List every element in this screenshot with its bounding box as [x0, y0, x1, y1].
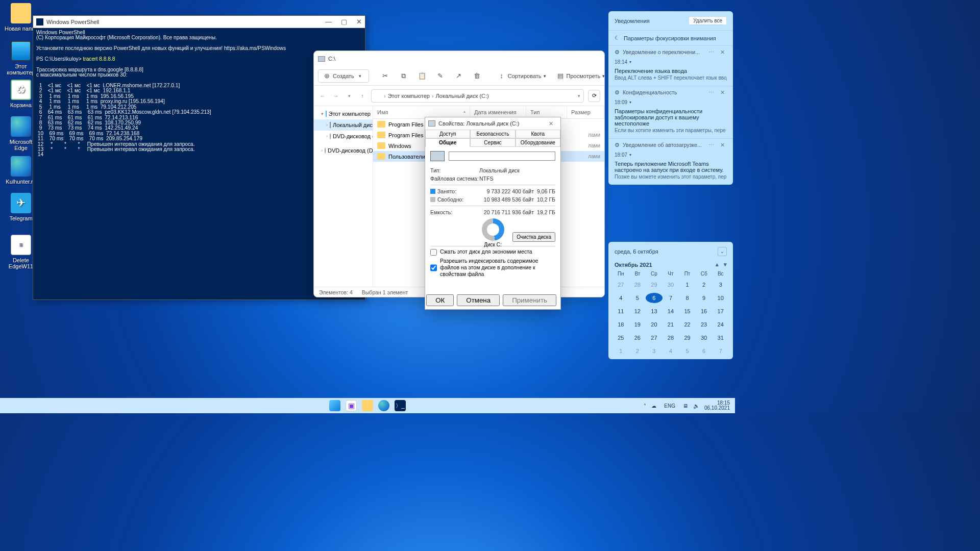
calendar-day[interactable]: 28 [663, 333, 679, 343]
start-button[interactable] [329, 400, 340, 411]
chevron-down-icon[interactable]: ▾ [578, 93, 580, 98]
calendar-day[interactable]: 17 [712, 306, 729, 316]
view-button[interactable]: ▤Просмотреть▾ [552, 70, 605, 82]
calendar-day[interactable]: 10 [712, 293, 729, 303]
tray-chevron[interactable]: ˄ [644, 403, 646, 409]
language-indicator[interactable]: ENG [662, 402, 678, 410]
cancel-button[interactable]: Отмена [457, 294, 500, 306]
calendar-day[interactable]: 21 [663, 319, 679, 330]
tab-service[interactable]: Сервис [470, 138, 515, 147]
volume-label-input[interactable] [449, 152, 555, 161]
taskbar-powershell[interactable]: 〉_ [395, 400, 406, 411]
create-button[interactable]: ⊕Создать▾ [318, 69, 369, 83]
calendar-day[interactable]: 15 [679, 306, 696, 316]
dismiss-button[interactable]: ✕ [718, 142, 727, 148]
tray-volume-icon[interactable]: 🔈 [693, 403, 699, 409]
refresh-button[interactable]: ⟳ [588, 90, 600, 102]
focus-settings[interactable]: ☾ Параметры фокусировки внимания [608, 30, 733, 45]
calendar-day[interactable]: 2 [696, 280, 713, 290]
taskbar-explorer[interactable] [362, 400, 373, 411]
calendar-day[interactable]: 9 [696, 293, 713, 303]
calendar-day[interactable]: 12 [629, 306, 646, 316]
calendar-day[interactable]: 26 [629, 333, 646, 343]
calendar-day[interactable]: 20 [646, 319, 663, 330]
calendar-day[interactable]: 14 [663, 306, 679, 316]
calendar-day[interactable]: 27 [612, 280, 629, 290]
dismiss-button[interactable]: ✕ [718, 89, 727, 95]
taskbar-edge[interactable] [378, 400, 389, 411]
maximize-button[interactable]: ▢ [341, 18, 347, 26]
calendar-day[interactable]: 13 [646, 306, 663, 316]
calendar-day[interactable]: 29 [646, 280, 663, 290]
calendar-day[interactable]: 5 [629, 293, 646, 303]
taskbar-chat[interactable]: ▣ [346, 400, 357, 411]
clear-all-button[interactable]: Удалить все [689, 16, 727, 25]
tab-hardware[interactable]: Оборудование [516, 138, 560, 147]
calendar-day[interactable]: 3 [646, 346, 663, 356]
apply-button[interactable]: Применить [503, 294, 556, 306]
tree-dvd-d[interactable]: ›DVD-дисковод (D: [314, 131, 373, 142]
close-button[interactable]: ✕ [356, 18, 362, 26]
calendar-day[interactable]: 16 [696, 306, 713, 316]
notification-group-header[interactable]: ⚙Уведомление о переключени...⋯✕ [608, 46, 733, 58]
tab-quota[interactable]: Квота [516, 130, 560, 138]
calendar-day[interactable]: 8 [679, 293, 696, 303]
more-icon[interactable]: ⋯ [708, 142, 715, 148]
calendar-day[interactable]: 24 [712, 319, 729, 330]
notification-item[interactable]: Теперь приложение Microsoft Teams настро… [608, 159, 733, 185]
disk-cleanup-button[interactable]: Очистка диска [512, 232, 555, 242]
close-button[interactable]: ✕ [545, 120, 557, 127]
clock[interactable]: 18:15 06.10.2021 [704, 400, 730, 411]
breadcrumb[interactable]: › Этот компьютер › Локальный диск (C:) ▾ [371, 89, 584, 103]
tab-security[interactable]: Безопасность [470, 130, 515, 138]
paste-button[interactable]: 📋 [414, 70, 430, 82]
cut-button[interactable]: ✂ [377, 70, 394, 82]
tray-network-icon[interactable]: 🖥 [683, 403, 688, 409]
sort-button[interactable]: ↕Сортировать▾ [494, 70, 550, 82]
compress-checkbox[interactable]: Сжать этот диск для экономии места [430, 248, 555, 256]
properties-titlebar[interactable]: Свойства: Локальный диск (C:) ✕ [425, 117, 560, 130]
calendar-day[interactable]: 18 [612, 319, 629, 330]
calendar-day[interactable]: 23 [696, 319, 713, 330]
calendar-day[interactable]: 7 [663, 293, 679, 303]
more-icon[interactable]: ⋯ [708, 49, 715, 55]
calendar-day[interactable]: 27 [646, 333, 663, 343]
col-size[interactable]: Размер [567, 106, 604, 118]
ok-button[interactable]: ОК [426, 294, 454, 306]
share-button[interactable]: ↗ [451, 70, 467, 82]
powershell-titlebar[interactable]: Windows PowerShell — ▢ ✕ [33, 16, 365, 28]
calendar-day[interactable]: 28 [629, 280, 646, 290]
tree-local-disk-c[interactable]: ›Локальный диск ( [314, 119, 373, 131]
forward-button[interactable]: → [331, 93, 340, 99]
more-icon[interactable]: ⋯ [708, 89, 715, 95]
up-button[interactable]: ↑ [358, 93, 367, 99]
calendar-day[interactable]: 6 [696, 346, 713, 356]
calendar-day[interactable]: 30 [663, 280, 679, 290]
prev-month-button[interactable]: ▴ [716, 261, 719, 268]
notification-group-header[interactable]: ⚙Конфиденциальность⋯✕ [608, 86, 733, 98]
calendar-day[interactable]: 3 [712, 280, 729, 290]
calendar-day[interactable]: 6 [646, 293, 663, 303]
notification-item[interactable]: Переключение языка вводаВвод ALT слева +… [608, 66, 733, 86]
calendar-day[interactable]: 11 [612, 306, 629, 316]
calendar-day[interactable]: 1 [612, 346, 629, 356]
calendar-day[interactable]: 31 [712, 333, 729, 343]
collapse-button[interactable]: ⌄ [718, 247, 727, 256]
calendar-day[interactable]: 29 [679, 333, 696, 343]
calendar-day[interactable]: 4 [663, 346, 679, 356]
calendar-day[interactable]: 1 [679, 280, 696, 290]
index-checkbox[interactable]: Разрешить индексировать содержимое файло… [430, 258, 555, 278]
tab-access[interactable]: Доступ [425, 130, 470, 138]
calendar-day[interactable]: 2 [629, 346, 646, 356]
up-button[interactable]: ▾ [345, 93, 354, 98]
calendar-day[interactable]: 4 [612, 293, 629, 303]
calendar-day[interactable]: 5 [679, 346, 696, 356]
calendar-day[interactable]: 30 [696, 333, 713, 343]
calendar-day[interactable]: 22 [679, 319, 696, 330]
rename-button[interactable]: ✎ [432, 70, 449, 82]
calendar-day[interactable]: 25 [612, 333, 629, 343]
tab-general[interactable]: Общие [425, 138, 470, 147]
calendar-day[interactable]: 7 [712, 346, 729, 356]
dismiss-button[interactable]: ✕ [718, 49, 727, 55]
next-month-button[interactable]: ▾ [724, 261, 727, 268]
